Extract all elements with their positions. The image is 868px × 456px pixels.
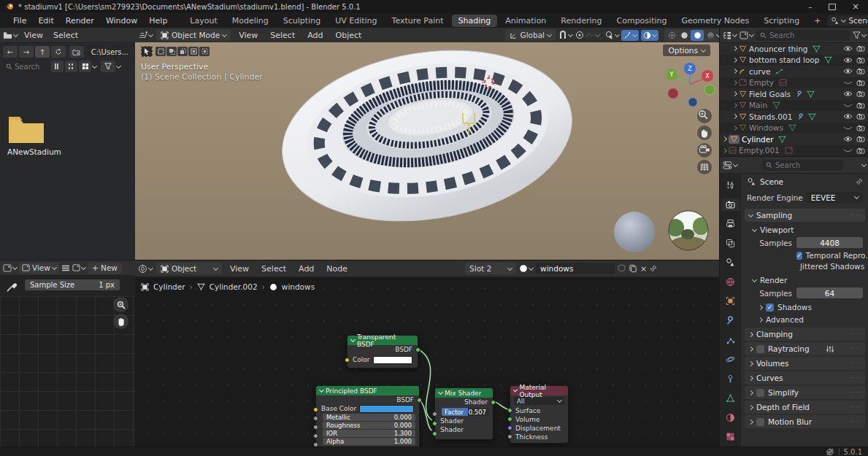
motion-blur-checkbox[interactable]	[756, 418, 764, 426]
outliner-row-main[interactable]: Main	[720, 100, 868, 112]
outliner-row-empty-001[interactable]: Empty.001	[720, 145, 868, 157]
outliner-row-field-goals[interactable]: Field Goals	[720, 88, 868, 100]
color-swatch[interactable]	[373, 356, 413, 364]
viewport-samples-field[interactable]: 4408	[796, 237, 863, 248]
socket-displacement-input[interactable]	[507, 425, 512, 430]
socket-shader-input-1[interactable]	[432, 421, 437, 426]
eye-closed-icon[interactable]	[843, 102, 853, 109]
shader-type-dropdown[interactable]: Object	[156, 263, 222, 274]
properties-options-dropdown[interactable]	[861, 161, 867, 166]
node-material-output[interactable]: Material Output All Surface Volume Displ…	[510, 385, 569, 444]
fb-display-thumbnails-button[interactable]	[79, 61, 91, 72]
tab-constraints[interactable]	[721, 372, 740, 385]
tab-texture[interactable]	[721, 430, 740, 444]
menu-window[interactable]: Window	[100, 16, 143, 26]
fb-menu-select[interactable]: Select	[50, 31, 82, 40]
tab-object-data[interactable]	[721, 392, 740, 405]
vp-menu-object[interactable]: Object	[331, 31, 366, 40]
shading-material-button[interactable]	[691, 30, 704, 41]
hide-eye-icon[interactable]	[843, 68, 853, 74]
copy-material-icon[interactable]	[629, 264, 637, 273]
vp-menu-view[interactable]: View	[234, 31, 262, 40]
motion-blur-panel-header[interactable]: Motion Blur····	[745, 415, 865, 428]
node-principled-bsdf[interactable]: Principled BSDF BSDF Base Color Metallic…	[315, 385, 420, 447]
disable-render-camera-icon[interactable]	[856, 147, 865, 154]
disable-render-camera-icon[interactable]	[856, 57, 865, 63]
fb-new-folder-button[interactable]	[69, 46, 84, 58]
hamburger-menu-icon[interactable]	[61, 265, 70, 271]
fake-user-shield-icon[interactable]	[618, 264, 626, 273]
socket-bsdf-output[interactable]	[415, 347, 420, 352]
outliner-row-cylinder[interactable]: Cylinder	[720, 134, 868, 145]
editor-type-file-browser[interactable]	[3, 31, 18, 39]
socket-roughness-input[interactable]	[313, 425, 318, 430]
close-button[interactable]: ×	[843, 0, 868, 13]
minimize-button[interactable]: –	[799, 0, 821, 13]
eye-closed-icon[interactable]	[843, 80, 853, 86]
socket-shader-output[interactable]	[491, 400, 496, 405]
material-slot-dropdown[interactable]: Slot 2	[465, 263, 516, 274]
options-dropdown[interactable]: Options	[663, 45, 710, 56]
overlays-toggle[interactable]	[641, 30, 658, 41]
tab-uv-editing[interactable]: UV Editing	[329, 15, 383, 27]
outliner-search-input[interactable]: Search	[756, 30, 850, 41]
socket-metallic-input[interactable]	[313, 416, 318, 421]
show-gizmo-dropdown[interactable]	[605, 31, 619, 39]
pin-icon[interactable]	[856, 178, 863, 185]
tab-scene[interactable]	[721, 256, 740, 269]
tab-geometry-nodes[interactable]: Geometry Nodes	[675, 15, 756, 27]
transform-orientation-dropdown[interactable]: Global	[505, 29, 556, 41]
editor-type-3d-viewport[interactable]	[138, 31, 153, 39]
tab-particles[interactable]	[721, 333, 740, 347]
simplify-checkbox[interactable]	[756, 389, 764, 397]
simplify-panel-header[interactable]: Simplify····	[745, 386, 865, 399]
socket-factor-input[interactable]	[432, 411, 437, 417]
hide-eye-icon[interactable]	[843, 113, 853, 120]
material-name-field[interactable]: windows	[536, 263, 615, 274]
scene-selector[interactable]: Scene	[827, 15, 868, 26]
eyedropper-tool[interactable]	[6, 281, 18, 293]
socket-bsdf-output[interactable]	[417, 398, 422, 403]
alpha-slider[interactable]: Alpha1.000	[323, 438, 415, 445]
disable-render-camera-icon[interactable]	[856, 102, 865, 109]
socket-base-color-input[interactable]	[313, 407, 318, 412]
disable-render-camera-icon[interactable]	[856, 113, 865, 120]
outliner-row-bottom-stand-loop[interactable]: bottom stand loop	[720, 55, 868, 66]
sliders-icon[interactable]	[826, 345, 834, 353]
tab-physics[interactable]	[721, 353, 740, 366]
shading-wireframe-button[interactable]	[666, 31, 677, 39]
outliner-filter-dropdown[interactable]	[853, 31, 866, 39]
fb-path-field[interactable]: C:\Users...	[88, 46, 132, 58]
node-transparent-bsdf[interactable]: Transparent BSDF BSDF Color	[347, 335, 418, 368]
properties-search-input[interactable]: Search	[762, 160, 843, 171]
eye-closed-icon[interactable]	[843, 147, 853, 154]
advanced-subpanel-header[interactable]: Advanced	[741, 312, 868, 326]
editor-type-image[interactable]	[3, 264, 17, 272]
metallic-slider[interactable]: Metallic0.000	[323, 414, 415, 421]
unlink-material-icon[interactable]: ×	[640, 264, 647, 274]
folder-item-anewstadium[interactable]: ANewStadium	[7, 115, 58, 156]
hide-eye-icon[interactable]	[843, 45, 853, 52]
outliner-row-empty[interactable]: Empty	[720, 77, 868, 89]
tab-world[interactable]	[721, 276, 740, 289]
node-mix-shader[interactable]: Mix Shader Shader Factor0.507 Shader Sha…	[434, 387, 493, 440]
fb-up-button[interactable]: ↑	[35, 46, 50, 58]
hide-eye-icon[interactable]	[843, 136, 853, 142]
outliner-row-curve[interactable]: curve	[720, 66, 868, 77]
shadows-checkbox[interactable]: ✓	[766, 304, 774, 312]
socket-shader-input-2[interactable]	[432, 431, 437, 436]
render-subpanel-header[interactable]: Render	[741, 271, 868, 286]
vp-menu-select[interactable]: Select	[266, 31, 299, 40]
se-menu-select[interactable]: Select	[257, 264, 291, 274]
editor-type-shader[interactable]	[138, 264, 153, 274]
shadows-subpanel-header[interactable]: ✓ Shadows	[741, 300, 868, 312]
fb-menu-view[interactable]: View	[20, 31, 47, 40]
disable-render-camera-icon[interactable]	[856, 90, 865, 97]
vp-menu-add[interactable]: Add	[303, 31, 327, 40]
hide-eye-icon[interactable]	[843, 90, 853, 97]
tweak-tool-button[interactable]	[141, 46, 153, 57]
outliner-row-windows[interactable]: Windows	[720, 123, 868, 134]
select-box-extend-button[interactable]	[166, 47, 177, 56]
hide-eye-icon[interactable]	[843, 57, 853, 63]
clamping-panel-header[interactable]: Clamping····	[745, 328, 865, 341]
